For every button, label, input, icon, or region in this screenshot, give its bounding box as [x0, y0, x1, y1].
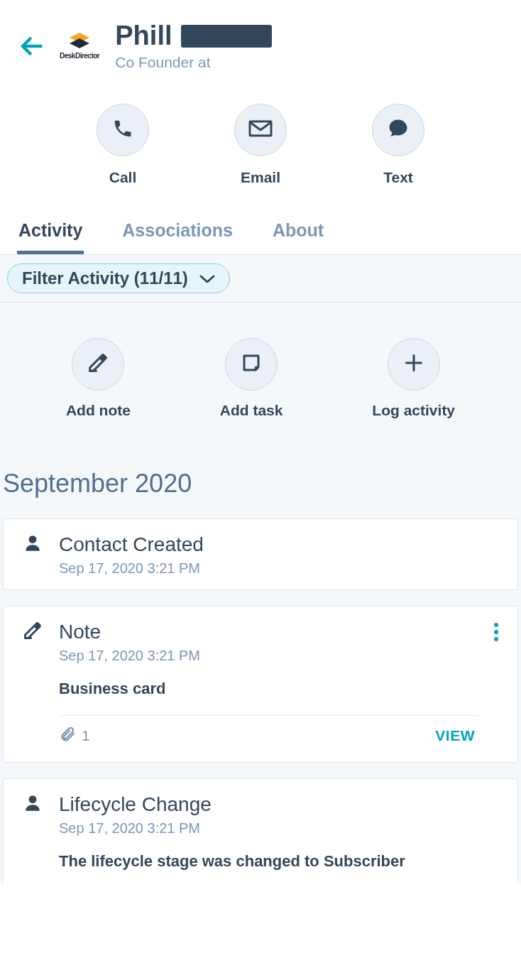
- contact-subtitle: Co Founder at: [115, 54, 271, 71]
- name-redacted: [181, 25, 272, 48]
- card-timestamp: Sep 17, 2020 3:21 PM: [59, 560, 500, 577]
- svg-marker-2: [70, 38, 89, 48]
- task-icon: [241, 352, 262, 376]
- card-body: The lifecycle stage was changed to Subsc…: [59, 852, 500, 871]
- back-button[interactable]: [18, 33, 44, 59]
- card-title: Note: [59, 621, 478, 643]
- person-icon: [21, 533, 45, 553]
- contact-name: Phill: [115, 21, 172, 51]
- edit-icon: [87, 352, 109, 376]
- svg-point-10: [29, 795, 37, 803]
- chevron-down-icon: [199, 268, 215, 288]
- paperclip-icon: [59, 726, 76, 746]
- tab-about[interactable]: About: [271, 214, 325, 254]
- text-button[interactable]: [372, 104, 424, 156]
- tab-activity[interactable]: Activity: [17, 214, 84, 254]
- svg-point-7: [494, 623, 498, 627]
- call-label: Call: [109, 169, 137, 186]
- text-label: Text: [383, 169, 413, 186]
- svg-point-6: [29, 535, 37, 543]
- activity-card-contact-created[interactable]: Contact Created Sep 17, 2020 3:21 PM: [3, 518, 518, 590]
- filter-activity-dropdown[interactable]: Filter Activity (11/11): [7, 263, 230, 293]
- email-icon: [248, 120, 273, 140]
- card-timestamp: Sep 17, 2020 3:21 PM: [59, 648, 478, 664]
- phone-icon: [112, 118, 133, 142]
- card-body: Business card: [59, 680, 478, 698]
- divider: [59, 715, 478, 716]
- log-activity-label: Log activity: [372, 402, 455, 419]
- edit-icon: [21, 621, 45, 641]
- add-note-button[interactable]: Add note: [66, 338, 131, 419]
- view-button[interactable]: VIEW: [435, 727, 475, 744]
- logo-text: DeskDirector: [60, 53, 99, 60]
- call-button[interactable]: [97, 104, 149, 156]
- tabs: Activity Associations About: [0, 199, 521, 255]
- add-note-label: Add note: [66, 402, 131, 419]
- tab-associations[interactable]: Associations: [121, 214, 234, 254]
- person-icon: [21, 793, 45, 813]
- card-more-button[interactable]: [492, 621, 500, 646]
- card-timestamp: Sep 17, 2020 3:21 PM: [59, 820, 500, 837]
- attachment-number: 1: [82, 727, 90, 744]
- quick-actions: Add note Add task Log activity: [0, 303, 521, 442]
- email-button[interactable]: [234, 104, 287, 156]
- contact-actions: Call Email Text: [0, 77, 521, 199]
- svg-point-9: [494, 637, 498, 641]
- activity-card-lifecycle[interactable]: Lifecycle Change Sep 17, 2020 3:21 PM Th…: [3, 778, 518, 883]
- company-logo: DeskDirector: [60, 33, 99, 60]
- filter-label: Filter Activity (11/11): [22, 268, 188, 288]
- filter-bar: Filter Activity (11/11): [0, 255, 521, 303]
- log-activity-button[interactable]: Log activity: [372, 338, 455, 419]
- email-label: Email: [241, 169, 280, 186]
- activity-card-note[interactable]: Note Sep 17, 2020 3:21 PM Business card …: [3, 606, 518, 763]
- svg-point-8: [494, 630, 498, 634]
- attachment-count[interactable]: 1: [59, 726, 90, 746]
- card-title: Lifecycle Change: [59, 793, 500, 816]
- add-task-label: Add task: [220, 402, 283, 419]
- more-vertical-icon: [493, 632, 499, 644]
- timeline-month-header: September 2020: [0, 442, 521, 513]
- contact-header: DeskDirector Phill Co Founder at: [0, 0, 521, 77]
- add-task-button[interactable]: Add task: [220, 338, 283, 419]
- card-title: Contact Created: [59, 533, 500, 556]
- plus-icon: [404, 353, 424, 376]
- chat-icon: [387, 118, 410, 142]
